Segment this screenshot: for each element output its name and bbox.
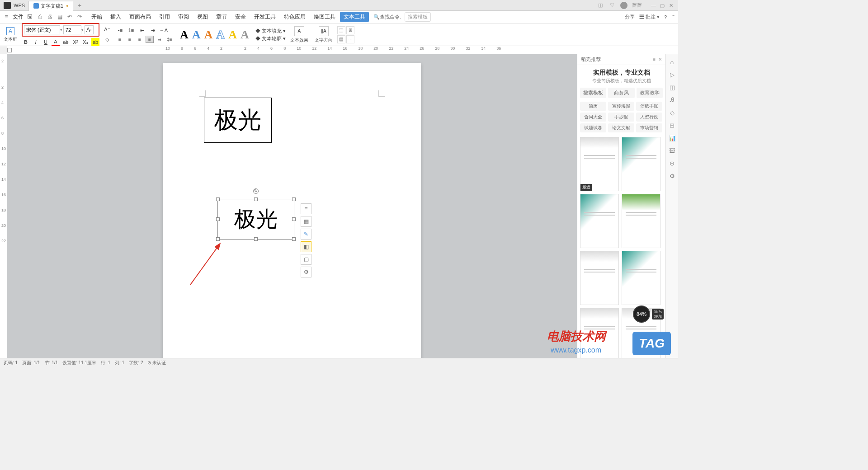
- align-distribute-button[interactable]: ⫤: [156, 36, 164, 43]
- shape-effects-button[interactable]: ◧: [301, 241, 311, 252]
- italic-button[interactable]: I: [32, 38, 40, 46]
- save-icon[interactable]: 🖫: [26, 13, 33, 20]
- cat-marketing[interactable]: 市场营销: [636, 123, 662, 132]
- margins-button[interactable]: ▤: [337, 35, 345, 43]
- underline-button[interactable]: U: [42, 38, 50, 46]
- align-left-button[interactable]: ≡: [116, 36, 124, 43]
- template-thumb-6[interactable]: [622, 251, 660, 305]
- style-sample-3[interactable]: A: [204, 28, 213, 42]
- menu-reference[interactable]: 引用: [156, 12, 174, 22]
- char-scale-button[interactable]: ↔A: [159, 26, 168, 34]
- resize-handle-ml[interactable]: [216, 217, 220, 221]
- sb-line[interactable]: 行: 1: [101, 360, 110, 366]
- menu-insert[interactable]: 插入: [107, 12, 125, 22]
- font-color-button[interactable]: A: [52, 38, 60, 46]
- print-preview-icon[interactable]: ⎙: [36, 13, 43, 20]
- menu-drawtools[interactable]: 绘图工具: [310, 12, 339, 22]
- canvas-area[interactable]: 极光 极光 ≡ ▦ ✎ ◧ ▢ ⚙: [7, 54, 577, 358]
- search-command[interactable]: 🔍 查找命令、 搜索模板: [373, 12, 431, 22]
- panel-settings-icon[interactable]: ≡: [653, 57, 656, 62]
- strip-select-icon[interactable]: ▷: [668, 70, 676, 79]
- document-page[interactable]: 极光 极光 ≡ ▦ ✎ ◧ ▢ ⚙: [163, 63, 421, 358]
- strip-image-icon[interactable]: 🖼: [668, 146, 676, 155]
- template-thumb-4[interactable]: [622, 194, 660, 248]
- print-icon[interactable]: 🖨: [46, 13, 53, 20]
- speed-widget[interactable]: 84% 0K/s 0K/s: [633, 306, 664, 323]
- menu-texttools[interactable]: 文本工具: [340, 12, 369, 22]
- align-justify-button[interactable]: ≡: [146, 36, 154, 43]
- cat-contract[interactable]: 合同大全: [580, 113, 606, 122]
- template-thumb-2[interactable]: [622, 137, 660, 191]
- numbering-button[interactable]: 1≡: [127, 26, 136, 34]
- strip-chart-icon[interactable]: 📊: [668, 134, 676, 142]
- template-tab-search[interactable]: 搜索模板: [580, 88, 606, 98]
- cat-thesis[interactable]: 论文文献: [608, 123, 634, 132]
- cat-resume[interactable]: 简历: [580, 102, 606, 111]
- subscript-button[interactable]: X₂: [81, 38, 90, 46]
- clear-format-button[interactable]: ◇: [103, 36, 111, 44]
- vip-icon[interactable]: ♡: [609, 2, 616, 9]
- align-center-button[interactable]: ≡: [126, 36, 134, 43]
- line-spacing-button[interactable]: ‡≡: [165, 36, 174, 43]
- strip-home-icon[interactable]: ⌂: [668, 58, 676, 66]
- wrap-button[interactable]: ⬚: [337, 26, 345, 34]
- redo-icon[interactable]: ↷: [76, 13, 83, 20]
- strip-style-icon[interactable]: Ꭿ: [668, 96, 676, 104]
- template-tab-education[interactable]: 教育教学: [637, 88, 663, 98]
- grow-font-button[interactable]: A+: [85, 25, 94, 34]
- font-dropdown-icon[interactable]: ▾: [60, 28, 62, 32]
- vertical-ruler[interactable]: 2 2 4 6 8 10 12 14 16 18 20 22: [0, 54, 7, 358]
- template-thumb-1[interactable]: 最近: [580, 137, 619, 191]
- user-avatar[interactable]: [620, 2, 627, 9]
- text-outline-button[interactable]: ◆ 文本轮廓 ▾: [255, 35, 286, 42]
- tab-stop-icon[interactable]: [7, 48, 12, 52]
- new-tab-button[interactable]: +: [73, 2, 86, 9]
- sb-page-of[interactable]: 页面: 1/1: [22, 360, 40, 366]
- sb-wordcount[interactable]: 字数: 2: [129, 360, 143, 366]
- align-right-button[interactable]: ≡: [136, 36, 144, 43]
- text-effect-button[interactable]: A 文本效果: [290, 26, 308, 43]
- strip-template-icon[interactable]: ◫: [668, 83, 676, 91]
- strip-settings-icon[interactable]: ⚙: [668, 172, 676, 180]
- style-sample-1[interactable]: A: [180, 28, 189, 42]
- more-button[interactable]: ⋯: [346, 35, 354, 43]
- menu-pagelayout[interactable]: 页面布局: [126, 12, 155, 22]
- size-dropdown-icon[interactable]: ▾: [81, 28, 84, 32]
- menu-security[interactable]: 安全: [231, 12, 250, 22]
- link-button[interactable]: ⊞: [346, 26, 354, 34]
- share-button[interactable]: 分享: [625, 14, 635, 20]
- minimize-button[interactable]: —: [651, 3, 656, 8]
- textbox-button[interactable]: A 文本框: [4, 27, 17, 42]
- template-tab-business[interactable]: 商务风: [608, 88, 634, 98]
- indent-decrease-button[interactable]: ⇤: [137, 26, 146, 34]
- file-menu[interactable]: 文件: [13, 13, 24, 21]
- style-sample-4[interactable]: A: [216, 28, 225, 42]
- strip-grid-icon[interactable]: ⊞: [668, 121, 676, 129]
- template-grid[interactable]: 最近: [577, 134, 665, 358]
- horizontal-ruler[interactable]: 10 8 6 4 2 2 4 6 8 10 12 14 16 18 20 22 …: [7, 46, 678, 54]
- template-thumb-5[interactable]: [580, 251, 619, 305]
- superscript-button[interactable]: X²: [71, 38, 80, 46]
- help-icon[interactable]: ?: [664, 14, 667, 20]
- cat-hr[interactable]: 人资行政: [636, 113, 662, 122]
- notification-icon[interactable]: ◫: [597, 2, 604, 9]
- bold-button[interactable]: B: [22, 38, 30, 46]
- font-name-select[interactable]: [24, 25, 60, 34]
- resize-handle-br[interactable]: [292, 237, 296, 241]
- annotate-button[interactable]: ☰ 批注 ▾: [639, 14, 660, 20]
- maximize-button[interactable]: ▢: [660, 3, 665, 8]
- more-options-button[interactable]: ⚙: [301, 267, 311, 277]
- search-template-input[interactable]: 搜索模板: [405, 12, 431, 22]
- strip-link-icon[interactable]: ⊕: [668, 159, 676, 167]
- sb-col[interactable]: 列: 1: [115, 360, 124, 366]
- textbox-original[interactable]: 极光: [204, 98, 272, 143]
- text-fill-button[interactable]: ◆ 文本填充 ▾: [255, 28, 286, 34]
- close-button[interactable]: ✕: [669, 3, 675, 8]
- menu-chapter[interactable]: 章节: [212, 12, 231, 22]
- cat-letter[interactable]: 信纸手账: [636, 102, 662, 111]
- highlight-button[interactable]: ab: [91, 38, 99, 46]
- rotate-handle[interactable]: [253, 188, 259, 194]
- sb-position[interactable]: 设置值: 11.1厘米: [62, 360, 96, 366]
- strip-shapes-icon[interactable]: ◇: [668, 108, 676, 117]
- style-sample-6[interactable]: A: [241, 28, 249, 42]
